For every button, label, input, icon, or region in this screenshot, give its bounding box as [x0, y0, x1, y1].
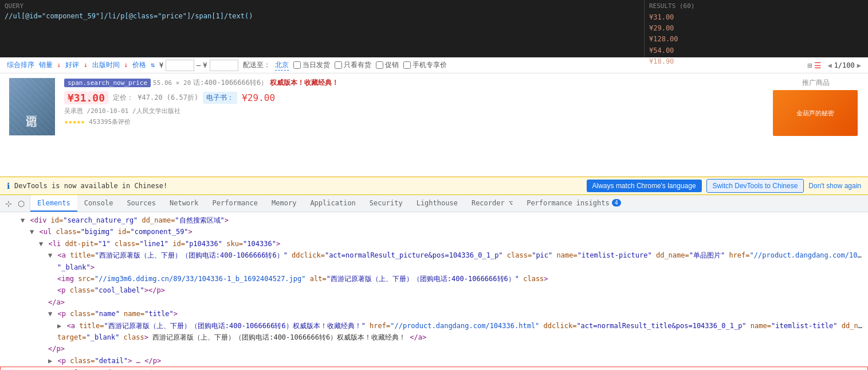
- price-max-input[interactable]: [210, 60, 238, 71]
- source-line-price[interactable]: ••• ▼ <p class="price"> == $0: [0, 367, 868, 370]
- 当日发货-checkbox[interactable]: [293, 61, 301, 69]
- xpath-dims: 55.06 × 20: [153, 79, 191, 87]
- promo-area: 推广商品 金葫芦的秘密: [773, 78, 859, 136]
- delivery-label: 配送至：: [243, 60, 270, 70]
- currency-symbol-1: ¥: [159, 61, 163, 69]
- results-label: RESULTS (60): [649, 2, 863, 10]
- phone-num: 话:400-1066666转6）: [193, 78, 268, 88]
- tab-sources[interactable]: Sources: [120, 195, 163, 212]
- promo-title: 推广商品: [773, 78, 859, 88]
- sort-综合排序[interactable]: 综合排序: [7, 60, 34, 70]
- tab-memory[interactable]: Memory: [265, 195, 303, 212]
- expand-arrow-4[interactable]: ▼: [48, 251, 52, 259]
- source-line-5: "_blank">: [0, 262, 868, 273]
- source-line-3: ▼ <li ddt-pit="1" class="line1" id="p104…: [0, 238, 868, 250]
- stars: ★★★★★: [64, 118, 85, 126]
- expand-arrow-1[interactable]: ▼: [21, 216, 25, 224]
- author-info: 吴承恩 /2010-10-01 /人民文学出版社: [64, 107, 859, 115]
- page-content: 西游记 span.search_now_price 55.06 × 20 话:4…: [0, 73, 868, 177]
- tab-performance-insights[interactable]: Performance insights 4: [520, 195, 628, 212]
- current-price: ¥31.00: [64, 91, 108, 104]
- price-row: ¥31.00 定价： ¥47.20 (6.57折) 电子书： ¥29.00: [64, 91, 859, 104]
- info-icon: ℹ: [7, 181, 10, 190]
- tab-network[interactable]: Network: [163, 195, 206, 212]
- device-toolbar-button[interactable]: ⬡: [16, 197, 26, 210]
- price-range-dash: —: [197, 61, 201, 69]
- original-price: 定价： ¥47.20 (6.57折): [113, 93, 198, 103]
- result-item-5: ¥18.90: [649, 56, 863, 67]
- checkbox-当日发货[interactable]: 当日发货: [293, 60, 330, 70]
- query-section: QUERY //ul[@id="component_59"]/li/p[@cla…: [0, 0, 645, 57]
- query-bar: QUERY //ul[@id="component_59"]/li/p[@cla…: [0, 0, 868, 57]
- price-min-input[interactable]: [166, 60, 194, 71]
- devtools-source-panel: ▼ <div id="search_nature_rg" dd_name="自然…: [0, 212, 868, 370]
- switch-devtools-button[interactable]: Switch DevTools to Chinese: [706, 179, 804, 193]
- sort-好评[interactable]: 好评 ↓: [65, 60, 87, 70]
- tab-performance[interactable]: Performance: [206, 195, 265, 212]
- xpath-badge: span.search_now_price 55.06 × 20 话:400-1…: [64, 78, 339, 88]
- tab-security[interactable]: Security: [363, 195, 410, 212]
- promo-book[interactable]: 金葫芦的秘密: [773, 90, 858, 136]
- results-section: RESULTS (60) ¥31.00 ¥29.00 ¥128.00 ¥54.0…: [645, 0, 868, 57]
- devtools-tabs: ⊹ ⬡ Elements Console Sources Network Per…: [0, 195, 868, 212]
- result-item-3: ¥128.00: [649, 34, 863, 45]
- results-values: ¥31.00 ¥29.00 ¥128.00 ¥54.00 ¥18.90: [649, 12, 863, 67]
- tab-console[interactable]: Console: [77, 195, 120, 212]
- price-range: ¥ — ¥: [159, 60, 238, 71]
- sort-销量-arrow: ↓: [57, 61, 61, 69]
- source-line-13: ▶ <p class="detail"> … </p>: [0, 355, 868, 367]
- source-line-11: target="_blank" class> 西游记原著版（上、下册）（团购电话…: [0, 332, 868, 343]
- 促销-checkbox[interactable]: [376, 61, 383, 69]
- expand-arrow-13[interactable]: ▶: [48, 357, 52, 365]
- product-stars: ★★★★★ 453395条评价: [64, 118, 859, 126]
- tab-icon-group: ⊹ ⬡: [0, 195, 30, 212]
- inspect-element-button[interactable]: ⊹: [3, 197, 14, 210]
- dont-show-again-button[interactable]: Don't show again: [808, 182, 861, 190]
- product-slogan: 权威版本！收藏经典！: [270, 78, 339, 88]
- ebook-price: ¥29.00: [242, 92, 275, 103]
- match-language-button[interactable]: Always match Chrome's language: [587, 180, 702, 192]
- sort-好评-arrow: ↓: [84, 61, 88, 69]
- tab-lighthouse[interactable]: Lighthouse: [410, 195, 465, 212]
- 手机专享价-checkbox[interactable]: [403, 61, 411, 69]
- product-info: span.search_now_price 55.06 × 20 话:400-1…: [64, 78, 859, 126]
- expand-arrow-2[interactable]: ▼: [30, 228, 34, 236]
- performance-insights-badge: 4: [612, 199, 621, 207]
- source-line-8: </a>: [0, 297, 868, 308]
- result-item-1: ¥31.00: [649, 12, 863, 23]
- source-line-2: ▼ <ul class="bigimg" id="component_59">: [0, 226, 868, 237]
- query-input[interactable]: //ul[@id="component_59"]/li/p[@class="pr…: [5, 12, 639, 20]
- expand-arrow-10[interactable]: ▶: [57, 322, 61, 330]
- result-item-2: ¥29.00: [649, 23, 863, 34]
- ebook-badge: 电子书：: [203, 92, 237, 104]
- sort-价格[interactable]: 价格 ⇅: [132, 60, 154, 70]
- product-row: 西游记 span.search_now_price 55.06 × 20 话:4…: [0, 73, 868, 140]
- source-line-1: ▼ <div id="search_nature_rg" dd_name="自然…: [0, 215, 868, 226]
- source-line-4: ▼ <a title="西游记原著版（上、下册）（团购电话:400-106666…: [0, 250, 868, 261]
- tab-elements[interactable]: Elements: [30, 195, 77, 212]
- source-line-9: ▼ <p class="name" name="title">: [0, 308, 868, 320]
- expand-arrow-3[interactable]: ▼: [39, 240, 43, 248]
- sort-价格-arrows: ⇅: [151, 61, 155, 69]
- devtools-notification: ℹ DevTools is now available in Chinese! …: [0, 177, 868, 195]
- city-selector[interactable]: 北京: [275, 60, 289, 71]
- source-line-6: <img src="//img3m6.ddimg.cn/89/33/104336…: [0, 273, 868, 285]
- notification-text: DevTools is now available in Chinese!: [14, 182, 582, 190]
- sort-出版时间[interactable]: 出版时间 ↓: [92, 60, 128, 70]
- currency-symbol-2: ¥: [203, 61, 207, 69]
- sort-出版时间-arrow: ↓: [124, 61, 128, 69]
- review-count: 453395条评价: [89, 118, 131, 126]
- source-line-12: </p>: [0, 343, 868, 355]
- tab-application[interactable]: Application: [303, 195, 362, 212]
- expand-arrow-9[interactable]: ▼: [48, 310, 52, 318]
- source-line-10: ▶ <a title="西游记原著版（上、下册）（团购电话:400-106666…: [0, 320, 868, 332]
- 只看有货-checkbox[interactable]: [335, 61, 342, 69]
- query-label: QUERY: [5, 2, 639, 10]
- checkbox-只看有货[interactable]: 只看有货: [335, 60, 371, 70]
- result-item-4: ¥54.00: [649, 45, 863, 56]
- tab-recorder[interactable]: Recorder ⌥: [465, 195, 520, 212]
- sort-销量[interactable]: 销量 ↓: [39, 60, 61, 70]
- checkbox-手机专享价[interactable]: 手机专享价: [403, 60, 447, 70]
- product-image[interactable]: 西游记: [9, 78, 55, 135]
- checkbox-促销[interactable]: 促销: [376, 60, 399, 70]
